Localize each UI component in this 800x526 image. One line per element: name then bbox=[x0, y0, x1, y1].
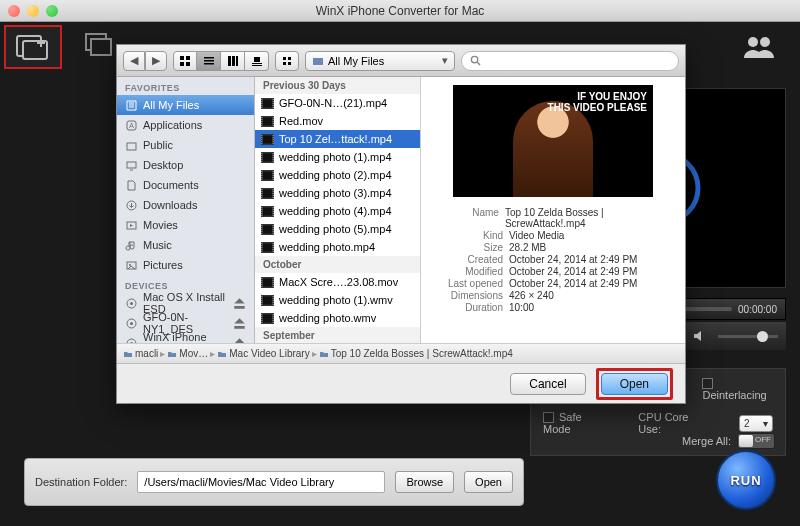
svg-rect-191 bbox=[273, 298, 274, 299]
sidebar-item-documents[interactable]: Documents bbox=[117, 175, 254, 195]
path-crumb[interactable]: Mov… bbox=[167, 348, 208, 359]
deinterlacing-checkbox[interactable]: Deinterlacing bbox=[702, 377, 773, 401]
file-row[interactable]: wedding photo.mp4 bbox=[255, 238, 420, 256]
destination-browse-button[interactable]: Browse bbox=[395, 471, 454, 493]
svg-rect-126 bbox=[263, 207, 272, 215]
file-row[interactable]: GFO-0N-N…(21).mp4 bbox=[255, 94, 420, 112]
sidebar-item-public[interactable]: Public bbox=[117, 135, 254, 155]
cpu-core-select[interactable]: 2▾ bbox=[739, 415, 773, 432]
view-list-button[interactable] bbox=[197, 51, 221, 71]
destination-open-button[interactable]: Open bbox=[464, 471, 513, 493]
svg-rect-78 bbox=[273, 135, 274, 136]
svg-rect-158 bbox=[261, 245, 262, 246]
svg-rect-192 bbox=[273, 300, 274, 301]
search-field[interactable] bbox=[461, 51, 679, 71]
svg-rect-123 bbox=[273, 195, 274, 196]
svg-rect-49 bbox=[261, 107, 262, 108]
merge-all-toggle[interactable] bbox=[737, 433, 775, 449]
view-coverflow-button[interactable] bbox=[245, 51, 269, 71]
file-row[interactable]: wedding photo (1).mp4 bbox=[255, 148, 420, 166]
svg-rect-23 bbox=[283, 62, 286, 65]
arrange-button[interactable] bbox=[275, 51, 299, 71]
file-list[interactable]: Previous 30 DaysGFO-0N-N…(21).mp4Red.mov… bbox=[255, 77, 421, 343]
svg-rect-66 bbox=[273, 121, 274, 122]
path-crumb[interactable]: macli bbox=[123, 348, 158, 359]
svg-rect-25 bbox=[313, 58, 323, 65]
svg-rect-206 bbox=[273, 318, 274, 319]
volume-slider[interactable] bbox=[718, 335, 778, 338]
file-row[interactable]: wedding photo (3).mp4 bbox=[255, 184, 420, 202]
svg-rect-90 bbox=[261, 159, 262, 160]
sidebar-device[interactable]: GFO-0N-NY1_DES bbox=[117, 313, 254, 333]
contacts-icon[interactable] bbox=[742, 34, 776, 60]
svg-rect-172 bbox=[261, 280, 262, 281]
svg-rect-166 bbox=[273, 251, 274, 252]
nav-back-button[interactable]: ◀ bbox=[123, 51, 145, 71]
svg-rect-82 bbox=[273, 143, 274, 144]
svg-rect-68 bbox=[273, 125, 274, 126]
path-crumb[interactable]: Top 10 Zelda Bosses | ScrewAttack!.mp4 bbox=[319, 348, 513, 359]
svg-rect-207 bbox=[273, 320, 274, 321]
svg-rect-56 bbox=[263, 117, 272, 125]
add-video-button[interactable] bbox=[4, 25, 62, 69]
window-zoom-button[interactable] bbox=[46, 5, 58, 17]
svg-rect-80 bbox=[273, 139, 274, 140]
gallery-icon[interactable] bbox=[84, 32, 114, 60]
file-row[interactable]: MacX Scre….23.08.mov bbox=[255, 273, 420, 291]
file-row[interactable]: wedding photo.wmv bbox=[255, 309, 420, 327]
sidebar-item-downloads[interactable]: Downloads bbox=[117, 195, 254, 215]
svg-rect-101 bbox=[261, 171, 262, 172]
svg-rect-118 bbox=[261, 195, 262, 196]
svg-rect-88 bbox=[261, 155, 262, 156]
svg-rect-136 bbox=[273, 211, 274, 212]
svg-rect-160 bbox=[261, 249, 262, 250]
nav-forward-button[interactable]: ▶ bbox=[145, 51, 167, 71]
svg-rect-11 bbox=[186, 62, 190, 66]
sidebar-item-pictures[interactable]: Pictures bbox=[117, 255, 254, 275]
path-crumb[interactable]: Mac Video Library bbox=[217, 348, 309, 359]
safe-mode-checkbox[interactable]: Safe Mode bbox=[543, 411, 598, 435]
sidebar-item-applications[interactable]: AApplications bbox=[117, 115, 254, 135]
preview-thumbnail: IF YOU ENJOYTHIS VIDEO PLEASE bbox=[453, 85, 653, 197]
svg-rect-109 bbox=[273, 177, 274, 178]
cancel-button[interactable]: Cancel bbox=[510, 373, 585, 395]
svg-rect-112 bbox=[263, 189, 272, 197]
sidebar-item-music[interactable]: Music bbox=[117, 235, 254, 255]
svg-rect-89 bbox=[261, 157, 262, 158]
svg-rect-115 bbox=[261, 189, 262, 190]
file-row[interactable]: Red.mov bbox=[255, 112, 420, 130]
view-column-button[interactable] bbox=[221, 51, 245, 71]
file-row[interactable]: wedding photo (5).mp4 bbox=[255, 220, 420, 238]
sidebar-item-all-my-files[interactable]: All My Files bbox=[117, 95, 254, 115]
file-row[interactable]: Top 10 Zel…ttack!.mp4 bbox=[255, 130, 420, 148]
sidebar-device[interactable]: Mac OS X Install ESD bbox=[117, 293, 254, 313]
svg-rect-134 bbox=[273, 207, 274, 208]
file-row[interactable]: wedding photo (4).mp4 bbox=[255, 202, 420, 220]
dialog-sidebar: FAVORITES All My FilesAApplicationsPubli… bbox=[117, 77, 255, 343]
sidebar-item-desktop[interactable]: Desktop bbox=[117, 155, 254, 175]
window-minimize-button[interactable] bbox=[27, 5, 39, 17]
merge-all-label: Merge All: bbox=[682, 435, 731, 447]
cpu-core-label: CPU Core Use: bbox=[638, 411, 699, 435]
view-icon-button[interactable] bbox=[173, 51, 197, 71]
open-button[interactable]: Open bbox=[601, 373, 668, 395]
location-popup[interactable]: All My Files ▾ bbox=[305, 51, 455, 71]
file-row[interactable]: wedding photo (1).wmv bbox=[255, 291, 420, 309]
svg-rect-185 bbox=[261, 296, 262, 297]
window-close-button[interactable] bbox=[8, 5, 20, 17]
sidebar-device[interactable]: WinX iPhone Con… bbox=[117, 333, 254, 343]
path-bar[interactable]: macli▸Mov…▸Mac Video Library▸Top 10 Zeld… bbox=[117, 343, 685, 363]
run-button[interactable]: RUN bbox=[716, 450, 776, 510]
destination-input[interactable] bbox=[137, 471, 385, 493]
meta-value: Video Media bbox=[509, 230, 564, 241]
file-row[interactable]: wedding photo (2).mp4 bbox=[255, 166, 420, 184]
svg-rect-24 bbox=[288, 62, 291, 65]
svg-rect-154 bbox=[263, 243, 272, 251]
svg-rect-110 bbox=[273, 179, 274, 180]
time-display: 00:00:00 bbox=[738, 304, 777, 315]
svg-rect-3 bbox=[91, 39, 111, 55]
svg-rect-130 bbox=[261, 209, 262, 210]
svg-rect-64 bbox=[273, 117, 274, 118]
meta-key: Dimensions bbox=[429, 290, 503, 301]
sidebar-item-movies[interactable]: Movies bbox=[117, 215, 254, 235]
